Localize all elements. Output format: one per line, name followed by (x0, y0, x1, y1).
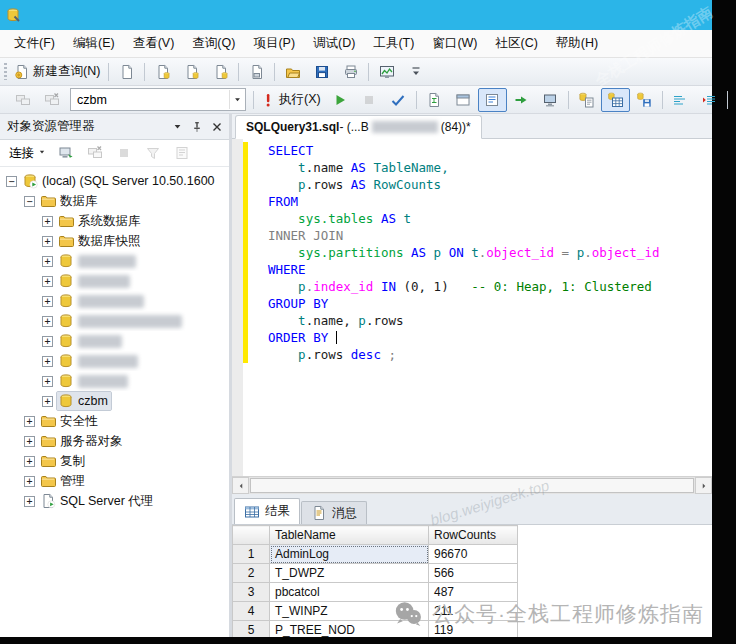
grid-cell[interactable]: T_WINPZ (270, 602, 429, 621)
grid-cell[interactable]: 566 (429, 564, 518, 583)
menu-community[interactable]: 社区(C) (487, 31, 547, 56)
display-estimated-plan-button[interactable] (420, 88, 449, 112)
tab-messages[interactable]: 消息 (301, 501, 367, 524)
print-button[interactable] (336, 60, 365, 84)
row-number-cell[interactable]: 4 (233, 602, 270, 621)
oe-script-button[interactable] (167, 141, 196, 165)
menu-project[interactable]: 项目(P) (244, 31, 304, 56)
tree-item-system-databases[interactable]: +系统数据库 (0, 211, 229, 231)
tree-item-database-censored-4[interactable]: + (0, 311, 229, 331)
new-xmla-query-button[interactable] (206, 60, 235, 84)
expand-toggle[interactable]: + (42, 336, 53, 347)
new-mdx-query-button[interactable] (148, 60, 177, 84)
oe-stop-button[interactable] (109, 141, 138, 165)
expand-toggle[interactable]: + (42, 256, 53, 267)
uncomment-selection-button[interactable] (695, 88, 724, 112)
results-to-text-button[interactable] (572, 88, 601, 112)
cancel-query-button[interactable] (355, 88, 384, 112)
scrollbar-thumb[interactable] (250, 478, 694, 493)
expand-toggle[interactable]: + (42, 396, 53, 407)
expand-toggle[interactable]: + (42, 356, 53, 367)
oe-disconnect-button[interactable] (80, 141, 109, 165)
tree-item-database-censored-3[interactable]: + (0, 291, 229, 311)
grid-cell[interactable]: 487 (429, 583, 518, 602)
tree-item-database-censored-2[interactable]: + (0, 271, 229, 291)
standard-toolbar-overflow[interactable] (401, 60, 430, 84)
grid-corner-header[interactable] (233, 526, 270, 545)
row-number-cell[interactable]: 3 (233, 583, 270, 602)
grid-cell[interactable]: 96670 (429, 545, 518, 564)
row-number-cell[interactable]: 5 (233, 621, 270, 638)
column-header-rowcounts[interactable]: RowCounts (429, 526, 518, 545)
tree-item-server-objects[interactable]: +服务器对象 (0, 431, 229, 451)
new-query-button[interactable]: 新建查询(N) (11, 60, 105, 84)
execute-button[interactable]: 执行(X) (257, 88, 326, 112)
tree-item-database-censored-5[interactable]: + (0, 331, 229, 351)
tab-results[interactable]: 结果 (234, 498, 300, 524)
menu-edit[interactable]: 编辑(E) (64, 31, 124, 56)
grid-cell[interactable]: pbcatcol (270, 583, 429, 602)
grid-cell[interactable]: AdminLog (270, 545, 429, 564)
expand-toggle[interactable]: + (42, 236, 53, 247)
parse-button[interactable] (384, 88, 413, 112)
menu-debug[interactable]: 调试(D) (304, 31, 364, 56)
expand-toggle[interactable]: + (42, 376, 53, 387)
tree-item-management[interactable]: +管理 (0, 471, 229, 491)
grid-cell[interactable]: 119 (429, 621, 518, 638)
tree-item-database-censored-1[interactable]: + (0, 251, 229, 271)
expand-toggle[interactable]: + (24, 416, 35, 427)
row-number-cell[interactable]: 2 (233, 564, 270, 583)
tree-item-database-censored-7[interactable]: + (0, 371, 229, 391)
save-button[interactable] (307, 60, 336, 84)
oe-connect-server-button[interactable] (51, 141, 80, 165)
menu-window[interactable]: 窗口(W) (423, 31, 486, 56)
column-header-tablename[interactable]: TableName (270, 526, 429, 545)
expand-toggle[interactable]: + (42, 316, 53, 327)
connect-button[interactable] (8, 88, 37, 112)
results-to-file-button[interactable] (630, 88, 659, 112)
decrease-indent-button[interactable] (731, 88, 736, 112)
oe-filter-button[interactable] (138, 141, 167, 165)
row-number-cell[interactable]: 1 (233, 545, 270, 564)
tree-item-replication[interactable]: +复制 (0, 451, 229, 471)
tree-item-local-server[interactable]: −(local) (SQL Server 10.50.1600 (0, 171, 229, 191)
scroll-right-button[interactable] (695, 477, 712, 494)
tree-item-database-censored-6[interactable]: + (0, 351, 229, 371)
comment-selection-button[interactable] (666, 88, 695, 112)
query-options-button[interactable] (449, 88, 478, 112)
available-databases-combo[interactable]: czbm (70, 88, 246, 111)
include-actual-plan-button[interactable] (478, 88, 507, 112)
tree-item-database-snapshots[interactable]: +数据库快照 (0, 231, 229, 251)
editor-horizontal-scrollbar[interactable] (232, 476, 712, 494)
menu-file[interactable]: 文件(F) (5, 31, 64, 56)
menu-tools[interactable]: 工具(T) (364, 31, 423, 56)
grid-cell[interactable]: P_TREE_NOD (270, 621, 429, 638)
tree-item-sql-server-agent[interactable]: +SQL Server 代理 (0, 491, 229, 511)
client-statistics-button[interactable] (536, 88, 565, 112)
tree-item-security[interactable]: +安全性 (0, 411, 229, 431)
close-panel-button[interactable] (208, 118, 226, 136)
expand-toggle[interactable]: + (42, 296, 53, 307)
connect-menu-button[interactable]: 连接 (5, 143, 51, 164)
results-to-grid-button[interactable] (601, 88, 630, 112)
sql-editor[interactable]: SELECT t.name AS TableName, p.rows AS Ro… (232, 139, 712, 476)
expand-toggle[interactable]: + (42, 216, 53, 227)
grid-cell[interactable]: 211 (429, 602, 518, 621)
sql-code[interactable]: SELECT t.name AS TableName, p.rows AS Ro… (243, 139, 659, 476)
menu-help[interactable]: 帮助(H) (547, 31, 607, 56)
new-dmx-query-button[interactable] (177, 60, 206, 84)
expand-toggle[interactable]: − (24, 196, 35, 207)
expand-toggle[interactable]: + (42, 276, 53, 287)
pin-button[interactable] (188, 118, 206, 136)
open-file-button[interactable] (242, 60, 271, 84)
menu-view[interactable]: 查看(V) (124, 31, 184, 56)
tree-item-databases[interactable]: −数据库 (0, 191, 229, 211)
toolbar-grip[interactable] (4, 63, 7, 80)
editor-tab[interactable]: SQLQuery31.sql - (...B (84))* (235, 115, 482, 139)
expand-toggle[interactable]: + (24, 456, 35, 467)
change-connection-button[interactable] (37, 88, 66, 112)
expand-toggle[interactable]: + (24, 436, 35, 447)
expand-toggle[interactable]: + (24, 496, 35, 507)
grid-cell[interactable]: T_DWPZ (270, 564, 429, 583)
expand-toggle[interactable]: + (24, 476, 35, 487)
